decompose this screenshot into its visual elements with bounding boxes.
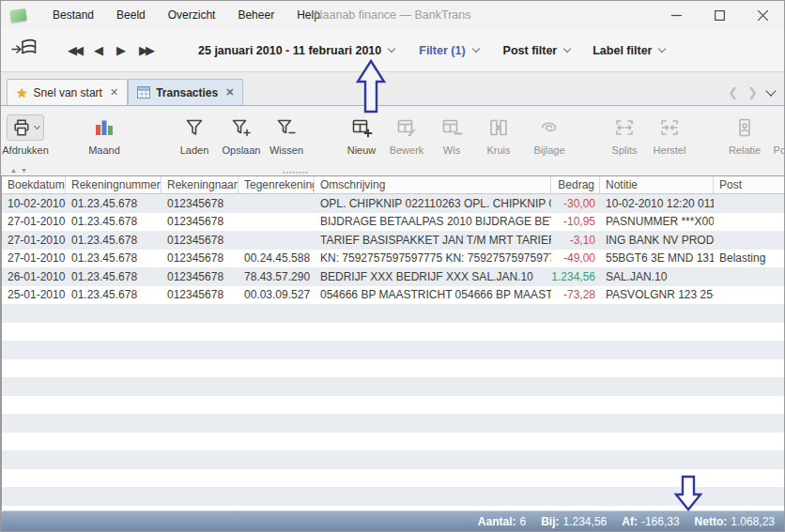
ribbon-nieuw-button[interactable]: Nieuw xyxy=(341,114,382,156)
table-body: 10-02-201001.23.45.678012345678OPL. CHIP… xyxy=(2,194,784,510)
cell-rekeningnaam xyxy=(162,323,239,342)
menu-beheer[interactable]: Beheer xyxy=(226,1,285,29)
cell-bedrag xyxy=(551,396,600,415)
cell-rekeningnaam: 012345678 xyxy=(162,194,239,213)
next-record-button[interactable]: ▶ xyxy=(110,39,132,61)
column-header-notitie[interactable]: Notitie xyxy=(600,176,714,193)
last-record-button[interactable]: ▶▶ xyxy=(132,39,159,61)
ribbon-laden-button[interactable]: Laden xyxy=(174,114,215,156)
table-row[interactable]: 25-01-201001.23.45.67801234567800.03.09.… xyxy=(2,286,784,305)
tab-transacties[interactable]: Transacties ✕ xyxy=(128,79,243,105)
previous-record-button[interactable]: ◀ xyxy=(87,39,110,61)
minimize-button[interactable] xyxy=(654,1,698,29)
empty-table-row xyxy=(2,396,784,415)
funnel-plus-icon xyxy=(230,116,253,139)
cell-post xyxy=(714,286,784,305)
column-header-rekeningnummer[interactable]: Rekeningnummer xyxy=(66,176,162,193)
ribbon-splitter[interactable]: ▲▼ ▪▪▪▪▪▪▪▪ xyxy=(1,168,784,175)
cell-boekdatum: 27-01-2010 xyxy=(2,231,66,250)
column-header-post[interactable]: Post xyxy=(714,176,784,193)
cell-rekeningnummer xyxy=(66,341,162,359)
scroll-tabs-left-icon[interactable]: ❮ xyxy=(728,85,738,99)
table-row[interactable]: 26-01-201001.23.45.67801234567878.43.57.… xyxy=(2,267,784,286)
post-filter-dropdown[interactable]: Post filter xyxy=(503,44,571,57)
cell-tegenrekening xyxy=(239,341,315,359)
menu-bestand[interactable]: Bestand xyxy=(41,1,105,29)
ribbon-label: Kruis xyxy=(486,144,510,156)
label-filter-dropdown[interactable]: Label filter xyxy=(593,44,665,57)
table-row[interactable]: 10-02-201001.23.45.678012345678OPL. CHIP… xyxy=(2,194,784,213)
cell-omschrijving xyxy=(315,414,551,433)
tab-snel-van-start[interactable]: ★ Snel van start ✕ xyxy=(7,79,128,105)
first-record-button[interactable]: ◀◀ xyxy=(61,39,87,61)
window-controls xyxy=(654,1,784,29)
table-row[interactable]: 27-01-201001.23.45.678012345678TARIEF BA… xyxy=(2,231,784,250)
tab-list-chevron-icon[interactable] xyxy=(765,85,776,96)
filter-dropdown[interactable]: Filter (1) xyxy=(419,44,478,57)
empty-table-row xyxy=(2,359,784,378)
close-button[interactable] xyxy=(741,1,784,29)
scroll-tabs-right-icon[interactable]: ❯ xyxy=(747,85,758,99)
cell-post xyxy=(714,304,784,323)
menu-beeld[interactable]: Beeld xyxy=(105,1,157,29)
empty-table-row xyxy=(2,487,784,506)
column-header-rekeningnaam[interactable]: Rekeningnaam xyxy=(162,176,239,193)
cell-omschrijving xyxy=(315,377,551,396)
cell-tegenrekening xyxy=(239,231,315,250)
collapse-expand-icons[interactable]: ▲▼ xyxy=(10,167,31,174)
cell-bedrag: -30,00 xyxy=(551,194,600,213)
cell-omschrijving: TARIEF BASISPAKKET JAN T/M MRT TARIEF... xyxy=(315,231,551,250)
table-minus-icon xyxy=(440,116,463,139)
column-header-bedrag[interactable]: Bedrag xyxy=(551,176,600,193)
menu-overzicht[interactable]: Overzicht xyxy=(157,1,227,29)
status-value: -166,33 xyxy=(641,515,680,528)
ribbon-wissen-button[interactable]: Wissen xyxy=(266,114,307,156)
cell-bedrag xyxy=(551,414,600,433)
cell-bedrag xyxy=(551,487,600,506)
ribbon-afdrukken-button[interactable]: Afdrukken xyxy=(5,114,46,156)
ribbon-herstel-button: Herstel xyxy=(649,114,690,156)
cell-bedrag xyxy=(551,323,600,342)
status-label: Netto: xyxy=(695,515,728,528)
cell-rekeningnaam xyxy=(162,414,239,433)
table-row[interactable]: 27-01-201001.23.45.67801234567800.24.45.… xyxy=(2,250,784,268)
cell-rekeningnaam xyxy=(162,487,239,506)
cell-tegenrekening xyxy=(239,304,315,323)
cell-notitie xyxy=(600,304,714,323)
cell-boekdatum: 10-02-2010 xyxy=(2,194,66,213)
tab-label: Transacties xyxy=(156,86,218,99)
label-filter-label: Label filter xyxy=(593,44,652,57)
cell-rekeningnaam: 012345678 xyxy=(162,286,239,305)
cell-notitie xyxy=(600,414,714,433)
ribbon-postfilter-button: Postfilter xyxy=(773,114,785,156)
cell-post xyxy=(714,377,784,396)
import-transactions-icon[interactable] xyxy=(10,37,38,64)
cell-post xyxy=(714,341,784,359)
table-row[interactable]: 27-01-201001.23.45.678012345678BIJDRAGE … xyxy=(2,213,784,232)
chevron-down-icon xyxy=(658,44,666,52)
cell-rekeningnummer: 01.23.45.678 xyxy=(66,194,162,213)
cell-boekdatum xyxy=(2,304,66,323)
cell-rekeningnummer xyxy=(66,323,162,342)
nav-toolbar: ◀◀ ◀ ▶ ▶▶ 25 januari 2010 - 11 februari … xyxy=(1,29,784,72)
cell-omschrijving xyxy=(315,469,551,488)
ribbon-opslaan-button[interactable]: Opslaan xyxy=(221,114,262,156)
cell-tegenrekening xyxy=(239,469,315,488)
ribbon-maand-button[interactable]: Maand xyxy=(84,114,125,156)
splitter-grip-icon[interactable]: ▪▪▪▪▪▪▪▪ xyxy=(283,169,309,175)
cell-rekeningnummer: 01.23.45.678 xyxy=(66,267,162,286)
column-header-boekdatum[interactable]: Boekdatum xyxy=(2,176,66,193)
close-tab-icon[interactable]: ✕ xyxy=(225,86,234,99)
status-label: Af: xyxy=(622,515,638,528)
cell-rekeningnaam xyxy=(162,304,239,323)
cell-omschrijving xyxy=(315,396,551,415)
column-header-tegenrekening[interactable]: Tegenrekening xyxy=(239,176,315,193)
maximize-button[interactable] xyxy=(698,1,741,29)
cell-boekdatum xyxy=(2,433,66,451)
close-tab-icon[interactable]: ✕ xyxy=(110,86,118,99)
cell-rekeningnummer: 01.23.45.678 xyxy=(66,231,162,250)
cell-omschrijving xyxy=(315,323,551,342)
status-value: 1.234,56 xyxy=(563,515,608,528)
column-header-omschrijving[interactable]: Omschrijving xyxy=(315,176,551,193)
date-range-dropdown[interactable]: 25 januari 2010 - 11 februari 2010 xyxy=(198,44,394,57)
